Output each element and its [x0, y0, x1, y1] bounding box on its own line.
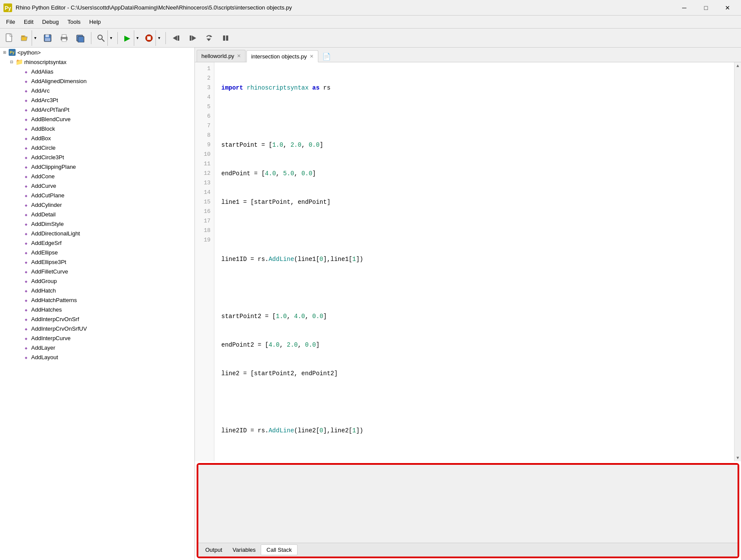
tree-item-addaligneddimension[interactable]: · ⬥ AddAlignedDimension: [0, 76, 194, 86]
run-button[interactable]: ▶: [121, 30, 134, 46]
open-arrow-button[interactable]: ▾: [32, 30, 39, 46]
tree-item-addlayout[interactable]: · ⬥ AddLayout: [0, 352, 194, 362]
scroll-down-arrow[interactable]: ▼: [735, 454, 741, 461]
scroll-track[interactable]: [735, 69, 741, 454]
tree-item-addiniterpcurve[interactable]: · ⬥ AddInterpCurve: [0, 333, 194, 343]
tab-helloworld[interactable]: helloworld.py ✕: [197, 50, 246, 62]
new-tab-button[interactable]: 📄: [321, 51, 332, 62]
tree-item-addcircle[interactable]: · ⬥ AddCircle: [0, 143, 194, 152]
tab-close-intersection[interactable]: ✕: [310, 54, 314, 59]
sidebar: ⊞ Py <python> ⊟ 📁 rhinoscriptsyntax · ⬥ …: [0, 48, 195, 560]
separator-3: [165, 32, 166, 44]
tab-output[interactable]: Output: [200, 545, 227, 555]
tab-close-helloworld[interactable]: ✕: [237, 53, 241, 59]
tab-intersection-objects[interactable]: intersection objects.py ✕: [246, 50, 318, 62]
tree-item-addcircle3pt[interactable]: · ⬥ AddCircle3Pt: [0, 152, 194, 162]
save-copy-button[interactable]: [73, 30, 88, 46]
leaf-icon: ⬥: [23, 239, 29, 246]
tree-item-addblock[interactable]: · ⬥ AddBlock: [0, 124, 194, 133]
tab-call-stack[interactable]: Call Stack: [261, 544, 298, 555]
tree-item-addblendcurve[interactable]: · ⬥ AddBlendCurve: [0, 114, 194, 124]
tree-label: AddEdgeSrf: [31, 240, 61, 246]
tree-item-addarcpttanpt[interactable]: · ⬥ AddArcPtTanPt: [0, 105, 194, 114]
code-line-9: startPoint2 = [1.0, 4.0, 0.0]: [218, 312, 731, 321]
stop-button-group[interactable]: ▾: [142, 30, 163, 46]
menu-edit[interactable]: Edit: [19, 17, 38, 27]
line-num-5: 5: [195, 102, 214, 112]
pause-button[interactable]: [218, 30, 233, 46]
tree-item-addcylinder[interactable]: · ⬥ AddCylinder: [0, 200, 194, 209]
svg-rect-28: [226, 35, 228, 41]
tree-item-addgroup[interactable]: · ⬥ AddGroup: [0, 276, 194, 286]
code-line-5: line1 = [startPoint, endPoint]: [218, 197, 731, 207]
leaf-icon: ⬥: [23, 315, 29, 322]
tree-item-addhatchpatterns[interactable]: · ⬥ AddHatchPatterns: [0, 295, 194, 305]
tree-item-addbox[interactable]: · ⬥ AddBox: [0, 133, 194, 143]
tree-item-addcurve[interactable]: · ⬥ AddCurve: [0, 181, 194, 190]
tree-item-addarc[interactable]: · ⬥ AddArc: [0, 86, 194, 95]
run-button-group[interactable]: ▶ ▾: [120, 30, 141, 46]
svg-rect-27: [223, 35, 225, 41]
tree-item-addclippingplane[interactable]: · ⬥ AddClippingPlane: [0, 162, 194, 171]
open-button[interactable]: [19, 30, 32, 46]
tree-item-addellipse[interactable]: · ⬥ AddEllipse: [0, 248, 194, 257]
search-button-group[interactable]: ▾: [94, 30, 115, 46]
tree-item-addcone[interactable]: · ⬥ AddCone: [0, 171, 194, 181]
open-button-group[interactable]: ▾: [18, 30, 39, 46]
maximize-button[interactable]: □: [696, 1, 716, 14]
tree-item-addhatch[interactable]: · ⬥ AddHatch: [0, 286, 194, 295]
code-line-14: [218, 454, 731, 461]
save-button[interactable]: [40, 30, 55, 46]
tree-item-adddetail[interactable]: · ⬥ AddDetail: [0, 209, 194, 219]
tree-label: AddBlock: [31, 126, 55, 132]
close-button[interactable]: ✕: [718, 1, 738, 14]
editor-bottom-container: 1 2 3 4 5 6 7 8 9 10 11 12 13 14 15 16 1: [195, 62, 741, 560]
search-button[interactable]: [94, 30, 107, 46]
tree-item-adddimstyle[interactable]: · ⬥ AddDimStyle: [0, 219, 194, 229]
tree-item-addcutplane[interactable]: · ⬥ AddCutPlane: [0, 190, 194, 200]
editor-scrollbar[interactable]: ▲ ▼: [734, 62, 741, 461]
new-button[interactable]: [2, 30, 17, 46]
code-editor[interactable]: 1 2 3 4 5 6 7 8 9 10 11 12 13 14 15 16 1: [195, 62, 741, 461]
sidebar-tree: ⊞ Py <python> ⊟ 📁 rhinoscriptsyntax · ⬥ …: [0, 48, 194, 362]
editor-area: helloworld.py ✕ intersection objects.py …: [195, 48, 741, 560]
tree-item-addellipse3pt[interactable]: · ⬥ AddEllipse3Pt: [0, 257, 194, 267]
stop-button[interactable]: [142, 30, 155, 46]
tree-label: AddCircle3Pt: [31, 154, 64, 161]
tree-item-addarc3pt[interactable]: · ⬥ AddArc3Pt: [0, 95, 194, 105]
tree-item-python[interactable]: ⊞ Py <python>: [0, 48, 194, 57]
code-content[interactable]: import rhinoscriptsyntax as rs startPoin…: [214, 62, 734, 461]
tree-label: AddDetail: [31, 211, 55, 218]
menu-help[interactable]: Help: [85, 17, 105, 27]
stop-arrow-button[interactable]: ▾: [155, 30, 162, 46]
menu-tools[interactable]: Tools: [63, 17, 85, 27]
tree-item-addfilletcurve[interactable]: · ⬥ AddFilletCurve: [0, 267, 194, 276]
print-button[interactable]: [56, 30, 72, 46]
line-num-14: 14: [195, 188, 214, 197]
bottom-panel-content[interactable]: [198, 465, 738, 543]
search-arrow-button[interactable]: ▾: [107, 30, 114, 46]
tab-variables[interactable]: Variables: [227, 545, 261, 555]
tree-item-addlayer[interactable]: · ⬥ AddLayer: [0, 343, 194, 352]
tree-item-addhatches[interactable]: · ⬥ AddHatches: [0, 305, 194, 314]
tree-item-addinterpcrvonsrf[interactable]: · ⬥ AddInterpCrvOnSrf: [0, 314, 194, 324]
tree-item-addinterpcrvonsrfuv[interactable]: · ⬥ AddInterpCrvOnSrfUV: [0, 324, 194, 333]
step-over-button[interactable]: [201, 30, 217, 46]
tabs-bar: helloworld.py ✕ intersection objects.py …: [195, 48, 741, 62]
tree-item-adddirectionallight[interactable]: · ⬥ AddDirectionalLight: [0, 229, 194, 238]
tree-item-rhinoscriptsyntax[interactable]: ⊟ 📁 rhinoscriptsyntax: [0, 57, 194, 67]
menu-debug[interactable]: Debug: [38, 17, 63, 27]
line-num-15: 15: [195, 197, 214, 207]
minimize-button[interactable]: ─: [674, 1, 694, 14]
step-button[interactable]: [185, 30, 201, 46]
leaf-icon: ⬥: [23, 173, 29, 180]
tree-item-addedgesrf[interactable]: · ⬥ AddEdgeSrf: [0, 238, 194, 248]
leaf-icon: ⬥: [23, 106, 29, 113]
title-bar: Py Rhino Python Editor - C:\Users\scottd…: [0, 0, 741, 16]
scroll-up-arrow[interactable]: ▲: [735, 62, 741, 69]
menu-file[interactable]: File: [2, 17, 19, 27]
step-back-button[interactable]: [168, 30, 184, 46]
tree-item-addalias[interactable]: · ⬥ AddAlias: [0, 67, 194, 76]
leaf-icon: ⬥: [23, 135, 29, 142]
run-arrow-button[interactable]: ▾: [134, 30, 141, 46]
